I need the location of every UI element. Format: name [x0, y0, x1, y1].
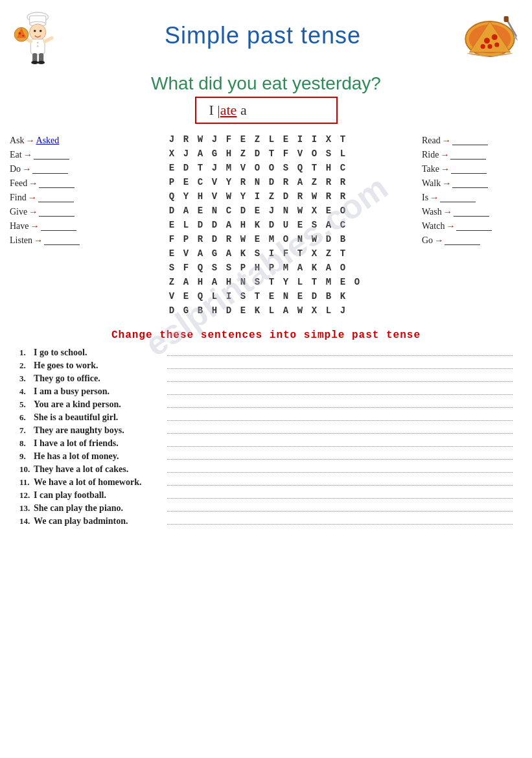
ws-cell: A [179, 204, 193, 218]
list-item: Listen → [10, 235, 107, 246]
eat-blank[interactable] [34, 150, 69, 160]
have-blank[interactable] [41, 222, 76, 231]
sentence-answer-line[interactable] [167, 420, 513, 421]
sentence-answer-line[interactable] [167, 472, 513, 473]
word-ride: Ride [422, 150, 439, 160]
sentence-answer-line[interactable] [167, 446, 513, 447]
ws-cell: Z [236, 147, 250, 161]
ws-cell: V [165, 289, 179, 303]
find-blank[interactable] [38, 193, 74, 202]
walk-blank[interactable] [452, 179, 488, 188]
ws-cell: H [207, 303, 222, 318]
sentence-num: 10. [19, 464, 34, 475]
answer-prefix: I [209, 102, 218, 118]
ws-cell: R [321, 175, 336, 189]
go-blank[interactable] [445, 236, 480, 245]
ws-cell: B [193, 303, 207, 318]
ws-cell: C [336, 218, 350, 232]
word-eat: Eat [10, 150, 22, 160]
sentence-answer-line[interactable] [167, 498, 513, 499]
ws-cell: N [293, 232, 307, 246]
ws-cell: H [193, 275, 207, 289]
watch-blank[interactable] [456, 222, 492, 231]
sentences-section: Change these sentences into simple past … [0, 323, 532, 536]
ws-cell: A [293, 261, 307, 275]
ws-cell: S [165, 261, 179, 275]
ws-cell: T [336, 246, 350, 261]
svg-point-20 [484, 38, 490, 43]
ws-cell: W [193, 132, 207, 147]
ws-cell: F [165, 232, 179, 246]
ws-cell: E [165, 218, 179, 232]
is-blank[interactable] [440, 193, 476, 202]
sentence-answer-line[interactable] [167, 511, 513, 512]
ws-cell: Z [307, 175, 321, 189]
ws-cell: F [279, 246, 293, 261]
word-give: Give [10, 207, 27, 217]
ws-cell: K [250, 218, 264, 232]
sentence-text: She can play the piano. [34, 503, 163, 514]
sentence-answer-line[interactable] [167, 433, 513, 434]
do-blank[interactable] [32, 165, 68, 174]
sentence-text: They have a lot of cakes. [34, 464, 163, 475]
word-find: Find [10, 193, 27, 203]
take-blank[interactable] [451, 165, 487, 174]
main-content: Ask → Asked Eat → Do → Feed → Find → Giv… [0, 129, 532, 318]
list-item: Ask → Asked [10, 136, 107, 146]
list-item: Go → [422, 235, 522, 246]
ws-cell: F [179, 261, 193, 275]
ws-cell: R [236, 175, 250, 189]
svg-point-22 [487, 44, 492, 49]
ws-cell: P [264, 261, 279, 275]
sentence-answer-line[interactable] [167, 355, 513, 356]
feed-blank[interactable] [39, 179, 75, 188]
list-item: 12. I can play football. [19, 490, 513, 501]
ws-cell: M [264, 232, 279, 246]
answer-ate: ate [220, 102, 237, 118]
ws-cell: F [222, 132, 236, 147]
ws-cell: C [336, 161, 350, 175]
sentence-answer-line[interactable] [167, 381, 513, 382]
ws-cell: O [264, 161, 279, 175]
sentence-answer-line[interactable] [167, 368, 513, 369]
wash-blank[interactable] [454, 207, 489, 217]
ws-cell: T [336, 132, 350, 147]
ws-cell: R [179, 132, 193, 147]
ws-cell: D [179, 161, 193, 175]
ws-cell: X [307, 303, 321, 318]
ws-cell: V [207, 189, 222, 204]
ws-cell: M [279, 261, 293, 275]
ws-cell: X [307, 204, 321, 218]
list-item: 7. They are naughty boys. [19, 425, 513, 436]
pizza-icon [461, 12, 519, 60]
ws-cell: Z [264, 189, 279, 204]
sentence-answer-line[interactable] [167, 459, 513, 460]
sentence-num: 1. [19, 348, 34, 358]
ws-cell: D [165, 204, 179, 218]
sentence-answer-line[interactable] [167, 407, 513, 408]
ws-cell: X [165, 147, 179, 161]
sentence-answer-line[interactable] [167, 394, 513, 395]
ws-cell: E [250, 232, 264, 246]
ws-cell: W [236, 232, 250, 246]
word-asked[interactable]: Asked [36, 136, 60, 146]
list-item: 3. They go to office. [19, 373, 513, 384]
read-blank[interactable] [452, 136, 488, 145]
ws-cell: Q [293, 161, 307, 175]
sentence-num: 6. [19, 412, 34, 423]
give-blank[interactable] [39, 207, 75, 217]
svg-point-16 [19, 32, 21, 35]
sentence-answer-line[interactable] [167, 524, 513, 525]
sentences-list: 1. I go to school. 2. He goes to work. 3… [19, 348, 513, 527]
ws-cell: V [207, 175, 222, 189]
ride-blank[interactable] [450, 150, 486, 160]
sentence-answer-line[interactable] [167, 485, 513, 486]
answer-box: I |ate a [195, 97, 338, 124]
ws-cell: A [279, 303, 293, 318]
ws-cell: L [293, 275, 307, 289]
ws-cell: E [293, 218, 307, 232]
ws-cell: V [236, 161, 250, 175]
answer-box-wrap: I |ate a [0, 97, 532, 124]
list-item: Feed → [10, 178, 107, 189]
listen-blank[interactable] [44, 236, 80, 245]
